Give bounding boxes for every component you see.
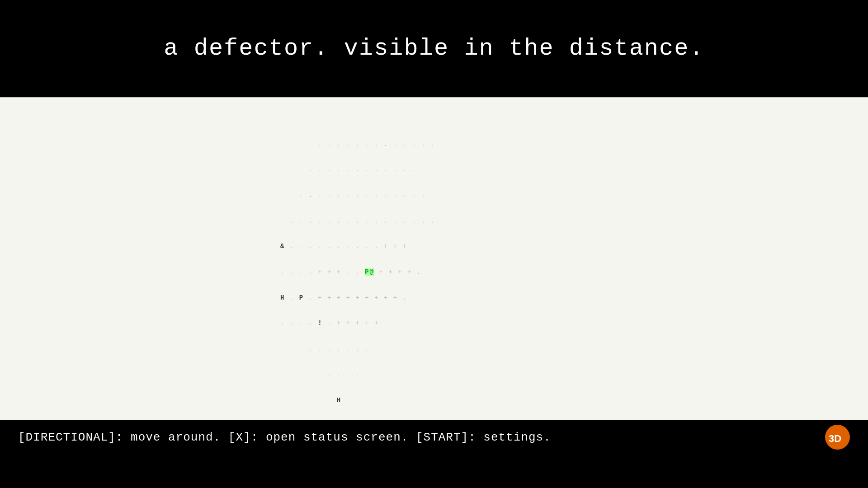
- map-row: . . . . . . . .: [280, 345, 435, 353]
- narrative-text: a defector. visible in the distance.: [164, 35, 704, 62]
- map-row: & . . . . . . . . . . + + + .: [280, 242, 435, 251]
- map-row: . . . . . . . . . . . .: [280, 165, 435, 174]
- map-row: . . . . .: [280, 371, 435, 379]
- map-row: H: [280, 396, 435, 405]
- watermark-logo: 3D: [825, 425, 850, 450]
- watermark: 3D: [825, 425, 850, 450]
- map-row: . . . . + + + . . P@ + + + + .: [280, 268, 435, 277]
- ascii-map: . . . . . . . . . . . . . . . . . . . . …: [280, 123, 435, 422]
- map-row: . . . . . . . . . . . . . . . .: [280, 217, 435, 225]
- game-area: . . . . . . . . . . . . . . . . . . . . …: [0, 97, 868, 454]
- map-row: . . . . ! . + + + + +: [280, 319, 435, 328]
- map-row: . . . . . . . . . . . . . .: [280, 191, 435, 200]
- controls-bar: [DIRECTIONAL]: move around. [X]: open st…: [0, 420, 868, 454]
- controls-text: [DIRECTIONAL]: move around. [X]: open st…: [18, 431, 551, 444]
- narrative-bar: a defector. visible in the distance.: [0, 0, 868, 97]
- map-row: H . P . + + + + + + + + + .: [280, 294, 435, 302]
- svg-text:3D: 3D: [829, 433, 841, 444]
- map-row: . . . . . . . . . . . . .: [280, 140, 435, 149]
